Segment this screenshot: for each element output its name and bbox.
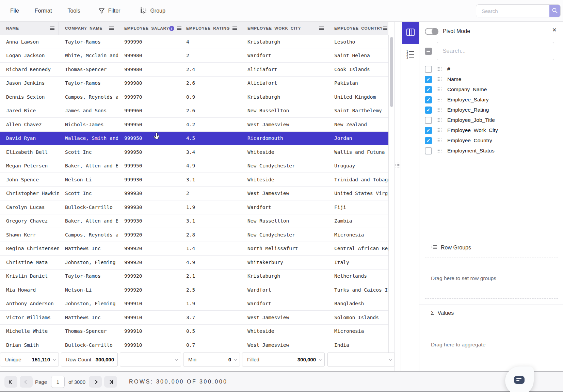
status-cell[interactable]: Filled300,000 (242, 353, 325, 366)
status-cell-label: Filled (247, 357, 259, 362)
last-page-button[interactable] (104, 376, 117, 388)
column-list-item[interactable]: ✓Employee_Country (419, 135, 563, 146)
table-row[interactable]: Dennis SextonCampos, Reynolds an9999700.… (0, 90, 388, 104)
menu-group[interactable]: Group (140, 7, 165, 14)
column-list-item[interactable]: ✓Name (419, 74, 563, 84)
search-button[interactable] (549, 5, 560, 17)
first-page-button[interactable] (4, 376, 17, 388)
column-checkbox[interactable] (425, 147, 432, 154)
chat-fab[interactable] (505, 366, 534, 392)
column-header-employee-country[interactable]: EMPLOYEE_COUNTRY (328, 22, 388, 35)
table-row[interactable]: Shawn KerrCampos, Reynolds an9999202.8Ne… (0, 228, 388, 242)
column-checkbox[interactable] (425, 117, 432, 124)
tab-columns-panel[interactable] (402, 22, 419, 44)
column-header-employee-salary[interactable]: EMPLOYEE_SALARYi (118, 22, 180, 35)
pivot-mode-toggle[interactable] (425, 28, 438, 35)
table-row[interactable]: Michelle WhiteThomas-Spencer9999100.5Whi… (0, 325, 388, 339)
column-list-item[interactable]: # (419, 64, 563, 74)
column-list-item[interactable]: ✓Company_Name (419, 84, 563, 95)
column-header-label: EMPLOYEE_COUNTRY (334, 26, 383, 30)
column-list-item[interactable]: ✓Employee_Rating (419, 105, 563, 115)
panel-resize-handle[interactable] (395, 162, 400, 169)
row-groups-dropzone[interactable]: Drag here to set row groups (425, 258, 558, 299)
drag-grip-icon[interactable] (437, 66, 442, 72)
menu-filter[interactable]: Filter (98, 7, 120, 14)
table-row[interactable]: Mia HowardNelson-Li9999202.5WardfortTurk… (0, 283, 388, 297)
select-all-checkbox[interactable] (425, 48, 432, 55)
drag-grip-icon[interactable] (437, 86, 442, 93)
status-cell[interactable]: Unique151,110 (0, 353, 59, 366)
column-checkbox[interactable]: ✓ (425, 76, 432, 83)
column-header-employee-rating[interactable]: EMPLOYEE_RATING (180, 22, 241, 35)
table-row[interactable]: Anna LawsonTaylor-Ramos9999904Kristaburg… (0, 35, 388, 49)
column-checkbox[interactable]: ✓ (425, 96, 432, 103)
menu-group-label: Group (150, 8, 165, 14)
column-menu-icon[interactable] (232, 28, 237, 29)
column-checkbox[interactable]: ✓ (425, 107, 432, 114)
column-header-employee-work-city[interactable]: EMPLOYEE_WORK_CITY (241, 22, 328, 35)
values-dropzone[interactable]: Drag here to aggregate (425, 324, 558, 365)
cell-city: New Cindychester (241, 163, 328, 168)
column-menu-icon[interactable] (177, 28, 181, 29)
column-list-item[interactable]: ✓Employee_Work_City (419, 125, 563, 135)
table-row[interactable]: Gregory ChavezBaker, Allen and Ed9999303… (0, 214, 388, 228)
next-page-button[interactable] (89, 376, 102, 388)
column-checkbox[interactable]: ✓ (425, 127, 432, 134)
column-checkbox[interactable]: ✓ (425, 137, 432, 144)
status-cell[interactable]: Min0 (183, 353, 240, 366)
tab-filters-panel[interactable]: 1 2 3 (402, 46, 419, 64)
table-row[interactable]: Megan PetersenBaker, Allen and Ed9999504… (0, 159, 388, 173)
cell-company: Wallace, Smith and (59, 135, 118, 141)
info-icon[interactable]: i (169, 26, 174, 31)
drag-grip-icon[interactable] (437, 97, 442, 103)
column-menu-icon[interactable] (109, 28, 114, 29)
search-input[interactable] (476, 5, 549, 17)
drag-grip-icon[interactable] (437, 127, 442, 133)
table-row[interactable]: Jared RiceJames and Sons9999602.6New Rus… (0, 104, 388, 118)
table-row[interactable]: Richard KennedyThomas-Spencer9999802.4Al… (0, 63, 388, 77)
table-row[interactable]: Brian SmithBullock-Carrillo9999100.7West… (0, 338, 388, 352)
column-menu-icon[interactable] (383, 28, 387, 29)
table-row[interactable]: Carolyn LucasBullock-Carrillo9999301.9Wa… (0, 200, 388, 214)
column-header-company-name[interactable]: COMPANY_NAME (59, 22, 118, 35)
drag-grip-icon[interactable] (437, 137, 442, 144)
previous-page-button[interactable] (20, 376, 33, 388)
close-icon[interactable]: ✕ (552, 27, 557, 33)
vertical-scrollbar[interactable] (388, 35, 394, 353)
menu-tools[interactable]: Tools (67, 8, 80, 14)
menu-format[interactable]: Format (35, 8, 52, 14)
table-row[interactable]: Regina ChristensenMatthews Inc9999201.4N… (0, 242, 388, 256)
status-cell[interactable] (120, 353, 181, 366)
table-row[interactable]: Jason JenkinsTaylor-Ramos9999802.6Alicia… (0, 77, 388, 91)
page-number-input[interactable] (51, 376, 65, 388)
drag-grip-icon[interactable] (437, 148, 442, 154)
drag-grip-icon[interactable] (437, 76, 442, 82)
status-cell[interactable] (327, 353, 395, 366)
table-row[interactable]: David RyanWallace, Smith and9999504.5Ric… (0, 132, 388, 146)
table-row[interactable]: Elizabeth BellScott Inc9999503.4Whitesid… (0, 145, 388, 159)
table-row[interactable]: Logan JacksonWhite, Mcclain and9999802Wa… (0, 49, 388, 63)
table-row[interactable]: Kristin DanielTaylor-Ramos9999202.1Krist… (0, 270, 388, 283)
table-row[interactable]: Christopher HawkinsScott Inc9999302West … (0, 187, 388, 201)
table-row[interactable]: Victor WilliamsMatthews Inc9999103.7West… (0, 311, 388, 325)
menu-file[interactable]: File (10, 8, 19, 14)
scrollbar-thumb[interactable] (390, 37, 393, 107)
column-checkbox[interactable]: ✓ (425, 86, 432, 93)
grid-header-row: NAME COMPANY_NAME EMPLOYEE_SALARYi EMPLO… (0, 22, 388, 35)
column-menu-icon[interactable] (319, 28, 324, 29)
column-header-name[interactable]: NAME (0, 22, 59, 35)
values-title: Σ Values (431, 310, 454, 316)
column-list-item[interactable]: ✓Employee_Salary (419, 95, 563, 105)
table-row[interactable]: Christine MataJohnston, Fleming a9999204… (0, 256, 388, 270)
column-item-label: Employee_Rating (447, 107, 489, 113)
panel-search-input[interactable] (437, 42, 554, 60)
drag-grip-icon[interactable] (437, 107, 442, 113)
column-list-item[interactable]: Employment_Status (419, 146, 563, 156)
column-menu-icon[interactable] (50, 28, 54, 29)
column-checkbox[interactable] (425, 66, 432, 73)
table-row[interactable]: John SpenceNelson-Li9999303.1WhitesideTr… (0, 173, 388, 187)
column-list-item[interactable]: Employee_Job_Title (419, 115, 563, 125)
drag-grip-icon[interactable] (437, 117, 442, 123)
table-row[interactable]: Anthony AndersonJohnston, Fleming a99991… (0, 297, 388, 311)
table-row[interactable]: Allen ChavezNichols-James9999504.2West J… (0, 118, 388, 132)
